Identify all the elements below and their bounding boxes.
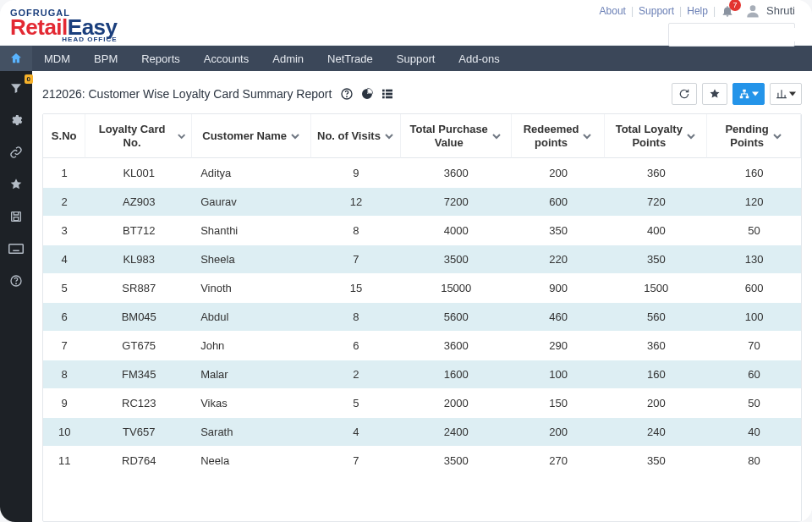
table-header: S.No Loyalty Card No. Customer Name No. … [43,114,801,158]
cell-visits: 9 [311,158,401,187]
cell-visits: 15 [311,273,401,302]
sidebar-save[interactable] [8,208,25,225]
sidebar-filter[interactable]: 0 [8,80,25,96]
chevron-down-icon [772,131,782,141]
report-help-button[interactable] [340,87,354,101]
col-sno[interactable]: S.No [43,114,85,158]
toolbar-refresh[interactable] [672,83,697,105]
cell-pending: 80 [707,446,801,475]
notifications-button[interactable]: 7 [721,4,734,18]
table-row[interactable]: 2AZ903Gaurav127200600720120 [43,187,801,216]
cell-pending: 70 [707,331,801,360]
col-total-loyalty-points[interactable]: Total LoyaltyPoints [605,114,707,158]
sidebar-help[interactable] [8,272,25,289]
svg-rect-19 [386,93,392,96]
cell-sno: 6 [43,302,85,331]
cell-purchase: 3600 [401,158,512,187]
table-row[interactable]: 8FM345Malar2160010016060 [43,360,801,388]
report-chart-button[interactable] [360,87,374,101]
cell-customer: Sarath [192,417,311,446]
toolbar-favorite[interactable] [702,83,727,105]
cell-visits: 2 [311,360,401,388]
sidebar-favorites[interactable] [8,176,25,193]
link-about[interactable]: About [600,5,626,17]
col-redeemed-points[interactable]: Redeemedpoints [512,114,606,158]
nav-support[interactable]: Support [385,46,447,71]
table-row[interactable]: 3BT712Shanthi8400035040050 [43,216,801,245]
cell-card-no: BM045 [85,302,192,331]
table-row[interactable]: 10TV657Sarath4240020024040 [43,417,801,446]
sidebar-settings[interactable] [8,112,25,129]
cell-sno: 11 [43,446,85,475]
sidebar-link[interactable] [8,144,25,161]
nav-accounts[interactable]: Accounts [192,46,261,71]
user-menu[interactable]: Shruti [744,3,795,19]
brand-subtitle: HEAD OFFICE [10,36,118,43]
report-header: 212026: Customer Wise Loyalty Card Summa… [42,83,802,105]
cell-sno: 5 [43,273,85,302]
table-row[interactable]: 1KL001Aditya93600200360160 [43,158,801,187]
cell-card-no: GT675 [85,331,192,360]
cell-customer: Aditya [192,158,311,187]
cell-loyalty: 560 [605,302,707,331]
cell-card-no: BT712 [85,216,192,245]
separator: | [679,5,682,17]
toolbar-hierarchy[interactable] [732,83,765,105]
nav-mdm[interactable]: MDM [32,46,82,71]
nav-addons[interactable]: Add-ons [447,46,511,71]
cell-sno: 4 [43,245,85,273]
table-row[interactable]: 5SR887Vinoth15150009001500600 [43,273,801,302]
star-icon [709,88,721,100]
svg-rect-5 [9,245,24,254]
user-name: Shruti [766,4,795,17]
col-no-of-visits[interactable]: No. of Visits [311,114,401,158]
link-support[interactable]: Support [639,5,674,17]
cell-redeemed: 100 [512,360,606,388]
cell-card-no: KL983 [85,245,192,273]
sidebar-keyboard[interactable] [8,240,25,257]
cell-redeemed: 200 [512,158,606,187]
nav-reports[interactable]: Reports [129,46,192,71]
table-row[interactable]: 6BM045Abdul85600460560100 [43,302,801,331]
nav-admin[interactable]: Admin [261,46,315,71]
cell-sno: 10 [43,417,85,446]
svg-rect-15 [382,90,385,92]
col-total-purchase-value[interactable]: Total PurchaseValue [401,114,512,158]
table-row[interactable]: 11RD764Neela7350027035080 [43,446,801,475]
cell-redeemed: 900 [512,273,606,302]
cell-redeemed: 200 [512,417,606,446]
chevron-down-icon [177,131,186,141]
toolbar-chart-dropdown[interactable] [770,83,802,105]
cell-card-no: FM345 [85,360,192,388]
report-table-wrap[interactable]: S.No Loyalty Card No. Customer Name No. … [42,113,802,522]
table-row[interactable]: 9RC123Vikas5200015020050 [43,388,801,417]
main-nav: MDM BPM Reports Accounts Admin NetTrade … [0,46,812,71]
col-customer-name[interactable]: Customer Name [192,114,311,158]
separator: | [713,5,716,17]
cell-purchase: 7200 [401,187,512,216]
search-input[interactable] [674,28,804,41]
report-columns-button[interactable] [381,87,394,101]
nav-nettrade[interactable]: NetTrade [315,46,385,71]
main-panel: 212026: Customer Wise Loyalty Card Summa… [32,71,812,522]
cell-loyalty: 400 [605,216,707,245]
link-help[interactable]: Help [687,5,708,17]
user-icon [744,3,761,19]
nav-bpm[interactable]: BPM [82,46,129,71]
table-row[interactable]: 4KL983Sheela73500220350130 [43,245,801,273]
cell-visits: 8 [311,216,401,245]
cell-sno: 1 [43,158,85,187]
cell-customer: Malar [192,360,311,388]
nav-home[interactable] [0,46,32,71]
global-search[interactable] [668,23,795,47]
chevron-down-icon [686,131,696,141]
col-loyalty-card-no[interactable]: Loyalty Card No. [85,114,192,158]
col-pending-points[interactable]: PendingPoints [707,114,801,158]
svg-rect-16 [382,93,385,96]
report-title-icons [340,87,394,101]
bar-chart-icon [776,88,787,100]
cell-customer: Vikas [192,388,311,417]
table-row[interactable]: 7GT675John6360029036070 [43,331,801,360]
cell-redeemed: 220 [512,245,606,273]
columns-icon [381,87,394,101]
